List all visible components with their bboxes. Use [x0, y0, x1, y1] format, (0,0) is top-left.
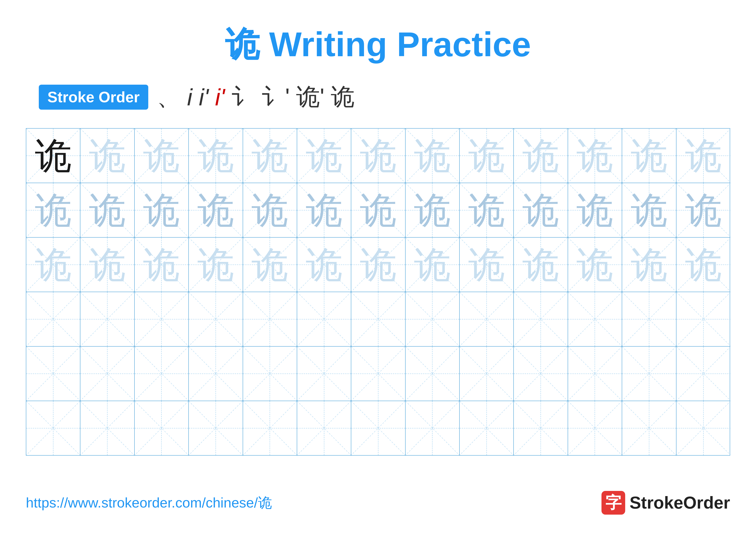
- svg-line-86: [243, 292, 297, 346]
- grid-row-4: [26, 292, 730, 346]
- grid-cell: [676, 401, 731, 455]
- stroke-8: 诡: [331, 81, 355, 113]
- grid-cell: 诡: [406, 129, 460, 183]
- grid-cell: [243, 346, 297, 401]
- char-medium: 诡: [198, 192, 234, 229]
- char-light: 诡: [252, 138, 288, 174]
- char-light: 诡: [198, 246, 234, 283]
- svg-line-121: [460, 346, 513, 401]
- char-medium: 诡: [631, 192, 667, 229]
- svg-line-85: [189, 292, 242, 346]
- stroke-1: 、: [157, 81, 180, 113]
- grid-cell: [568, 346, 622, 401]
- grid-cell: 诡: [80, 183, 134, 237]
- svg-line-146: [460, 401, 513, 455]
- svg-line-111: [189, 346, 242, 401]
- svg-line-126: [622, 346, 676, 401]
- char-light: 诡: [89, 138, 126, 174]
- grid-cell: 诡: [460, 183, 514, 237]
- grid-cell: 诡: [676, 238, 731, 292]
- grid-cell: [622, 401, 676, 455]
- grid-cell: [243, 292, 297, 346]
- svg-line-147: [460, 401, 513, 455]
- svg-line-122: [514, 346, 567, 401]
- svg-line-88: [297, 292, 351, 346]
- grid-cell: [622, 292, 676, 346]
- svg-line-119: [406, 346, 459, 401]
- svg-line-135: [135, 401, 188, 455]
- svg-line-80: [80, 292, 134, 346]
- grid-cell: 诡: [297, 183, 351, 237]
- svg-line-106: [80, 346, 134, 401]
- grid-cell: [406, 401, 460, 455]
- char-light: 诡: [360, 246, 396, 283]
- svg-line-79: [26, 292, 80, 346]
- char-dark: 诡: [35, 138, 71, 174]
- svg-line-91: [351, 292, 405, 346]
- stroke-3: i': [199, 83, 208, 111]
- svg-line-144: [406, 401, 459, 455]
- footer-logo-text: StrokeOrder: [630, 493, 730, 513]
- svg-line-107: [80, 346, 134, 401]
- grid-cell: [460, 401, 514, 455]
- svg-line-137: [189, 401, 242, 455]
- char-light: 诡: [89, 246, 126, 283]
- grid-cell: 诡: [676, 183, 731, 237]
- grid-cell: 诡: [351, 183, 405, 237]
- svg-line-115: [297, 346, 351, 401]
- char-light: 诡: [523, 138, 559, 174]
- grid-cell: [676, 346, 731, 401]
- grid-cell: 诡: [351, 238, 405, 292]
- char-light: 诡: [35, 246, 71, 283]
- svg-line-110: [189, 346, 242, 401]
- svg-line-145: [406, 401, 459, 455]
- char-medium: 诡: [35, 192, 71, 229]
- char-light: 诡: [685, 246, 722, 283]
- svg-line-150: [568, 401, 622, 455]
- svg-line-101: [622, 292, 676, 346]
- grid-cell: [26, 292, 80, 346]
- grid-cell: 诡: [568, 183, 622, 237]
- svg-line-112: [243, 346, 297, 401]
- svg-line-104: [26, 346, 80, 401]
- page-title: 诡 Writing Practice: [225, 21, 531, 68]
- stroke-5: 讠: [231, 81, 255, 113]
- char-medium: 诡: [523, 192, 559, 229]
- char-light: 诡: [306, 246, 342, 283]
- grid-cell: 诡: [243, 129, 297, 183]
- char-light: 诡: [468, 138, 505, 174]
- grid-cell: 诡: [514, 238, 568, 292]
- char-light: 诡: [523, 246, 559, 283]
- svg-line-113: [243, 346, 297, 401]
- svg-line-95: [460, 292, 513, 346]
- char-light: 诡: [414, 138, 451, 174]
- grid-row-1: 诡 诡 诡 诡 诡 诡 诡: [26, 129, 730, 183]
- svg-line-100: [622, 292, 676, 346]
- footer-url-link[interactable]: https://www.strokeorder.com/chinese/诡: [26, 493, 272, 512]
- stroke-order-row: Stroke Order 、 i i' i' 讠 讠' 诡' 诡: [26, 81, 730, 113]
- char-light: 诡: [252, 246, 288, 283]
- grid-cell: 诡: [568, 129, 622, 183]
- svg-line-153: [622, 401, 676, 455]
- svg-line-120: [460, 346, 513, 401]
- grid-cell: [80, 292, 134, 346]
- svg-line-123: [514, 346, 567, 401]
- svg-line-90: [351, 292, 405, 346]
- svg-line-99: [568, 292, 622, 346]
- grid-cell: [406, 346, 460, 401]
- grid-cell: [297, 401, 351, 455]
- grid-cell: 诡: [676, 129, 731, 183]
- svg-line-143: [351, 401, 405, 455]
- grid-cell: 诡: [189, 129, 243, 183]
- grid-cell: [189, 401, 243, 455]
- svg-line-130: [26, 401, 80, 455]
- svg-line-128: [676, 346, 731, 401]
- grid-cell: 诡: [460, 238, 514, 292]
- svg-line-155: [676, 401, 731, 455]
- grid-cell: [514, 401, 568, 455]
- grid-cell: [135, 292, 189, 346]
- grid-row-6: [26, 401, 730, 455]
- stroke-7: 诡': [296, 81, 324, 113]
- svg-line-131: [26, 401, 80, 455]
- char-medium: 诡: [414, 192, 451, 229]
